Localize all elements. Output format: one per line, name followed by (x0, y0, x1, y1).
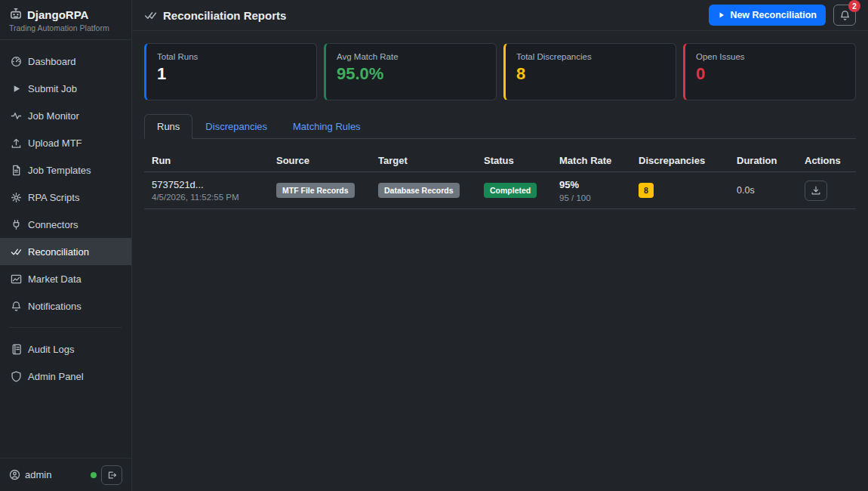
chart-icon (11, 273, 22, 285)
stat-label: Total Runs (157, 52, 306, 61)
sidebar-item-market-data[interactable]: Market Data (0, 265, 131, 292)
column-header-duration: Duration (737, 155, 805, 166)
sidebar-item-label: Submit Job (28, 83, 77, 94)
sidebar-item-reconciliation[interactable]: Reconciliation (0, 238, 131, 265)
sidebar-item-admin-panel[interactable]: Admin Panel (0, 363, 131, 390)
source-badge: MTF File Records (276, 183, 355, 198)
brand-name: DjangoRPA (27, 8, 88, 21)
person-circle-icon (9, 469, 20, 480)
sidebar-item-label: Job Monitor (28, 110, 79, 122)
sidebar-item-dashboard[interactable]: Dashboard (0, 48, 131, 75)
sidebar-item-audit-logs[interactable]: Audit Logs (0, 335, 131, 363)
sidebar-item-rpa-scripts[interactable]: RPA Scripts (0, 184, 131, 211)
sidebar-item-notifications[interactable]: Notifications (0, 292, 131, 320)
match-rate-value: 95% (559, 179, 639, 190)
column-header-match-rate: Match Rate (559, 155, 639, 166)
run-id: 5737521d... (152, 179, 276, 190)
sidebar-item-upload-mtf[interactable]: Upload MTF (0, 129, 131, 156)
duration-cell: 0.0s (737, 185, 805, 196)
stat-value: 95.0% (337, 64, 485, 84)
logout-button[interactable] (101, 465, 122, 485)
play-icon (11, 83, 22, 94)
activity-icon (11, 110, 22, 122)
stat-card-avg-match-rate: Avg Match Rate 95.0% (324, 43, 497, 100)
match-rate-cell: 95% 95 / 100 (559, 179, 639, 202)
sidebar-item-label: Market Data (28, 273, 82, 285)
column-header-status: Status (484, 155, 559, 166)
sidebar-item-label: Reconciliation (28, 246, 89, 258)
new-reconciliation-button[interactable]: New Reconciliation (709, 5, 826, 26)
sidebar-item-connectors[interactable]: Connectors (0, 211, 131, 238)
notifications-button[interactable]: 2 (833, 5, 856, 26)
actions-cell (805, 181, 848, 201)
bell-icon (839, 10, 851, 21)
sidebar-item-label: Job Templates (28, 165, 91, 176)
source-cell: MTF File Records (276, 183, 378, 198)
run-cell: 5737521d... 4/5/2026, 11:52:55 PM (152, 179, 276, 202)
stat-value: 8 (516, 64, 665, 84)
discrepancy-count-badge: 8 (639, 183, 654, 198)
tab-matching-rules[interactable]: Matching Rules (280, 114, 374, 139)
robot-logo-icon (9, 8, 23, 21)
stats-row: Total Runs 1 Avg Match Rate 95.0% Total … (144, 43, 856, 100)
discrepancies-cell: 8 (639, 183, 737, 198)
tab-discrepancies[interactable]: Discrepancies (192, 114, 280, 139)
page-title-text: Reconciliation Reports (163, 9, 286, 22)
bell-icon (11, 301, 22, 312)
table-row: 5737521d... 4/5/2026, 11:52:55 PM MTF Fi… (144, 172, 856, 209)
sidebar-item-label: RPA Scripts (28, 192, 79, 203)
plug-icon (11, 219, 22, 230)
stat-card-open-issues: Open Issues 0 (683, 43, 856, 100)
download-icon (811, 185, 821, 196)
brand-tagline: Trading Automation Platform (9, 23, 122, 32)
speedometer-icon (11, 56, 22, 67)
username: admin (25, 469, 51, 480)
column-header-discrepancies: Discrepancies (639, 155, 737, 166)
journal-icon (11, 344, 22, 355)
stat-value: 1 (157, 64, 306, 84)
logout-icon (106, 470, 117, 480)
stat-card-total-runs: Total Runs 1 (144, 43, 317, 100)
sidebar-item-label: Connectors (28, 219, 78, 230)
stat-label: Total Discrepancies (516, 52, 665, 61)
column-header-actions: Actions (805, 155, 848, 166)
tab-bar: Runs Discrepancies Matching Rules (144, 114, 856, 139)
topbar: Reconciliation Reports New Reconciliatio… (132, 0, 868, 31)
page-title: Reconciliation Reports (144, 9, 286, 22)
sidebar-footer: admin (0, 458, 131, 491)
stat-value: 0 (696, 64, 845, 84)
sidebar-item-submit-job[interactable]: Submit Job (0, 75, 131, 102)
gear-icon (11, 192, 22, 203)
app-window: DjangoRPA Trading Automation Platform Da… (0, 0, 868, 491)
status-cell: Completed (484, 183, 559, 198)
main-area: Reconciliation Reports New Reconciliatio… (132, 0, 868, 491)
content: Total Runs 1 Avg Match Rate 95.0% Total … (132, 31, 868, 221)
sidebar-item-job-templates[interactable]: Job Templates (0, 156, 131, 184)
runs-table: Run Source Target Status Match Rate Disc… (144, 150, 856, 209)
sidebar-item-label: Admin Panel (28, 371, 84, 382)
upload-icon (11, 137, 22, 149)
sidebar-divider (9, 327, 122, 328)
shield-icon (11, 371, 22, 382)
sidebar: DjangoRPA Trading Automation Platform Da… (0, 0, 132, 491)
column-header-source: Source (276, 155, 378, 166)
online-status-dot (91, 472, 97, 478)
double-check-icon (11, 246, 22, 258)
new-reconciliation-label: New Reconciliation (730, 10, 817, 20)
sidebar-item-job-monitor[interactable]: Job Monitor (0, 102, 131, 129)
table-header-row: Run Source Target Status Match Rate Disc… (144, 150, 856, 172)
stat-label: Open Issues (696, 52, 845, 61)
column-header-run: Run (152, 155, 276, 166)
sidebar-item-label: Notifications (28, 301, 82, 312)
tab-runs[interactable]: Runs (144, 114, 192, 139)
match-rate-detail: 95 / 100 (559, 193, 639, 202)
target-badge: Database Records (378, 183, 460, 198)
download-report-button[interactable] (805, 181, 827, 201)
double-check-icon (144, 9, 157, 22)
notification-count-badge: 2 (848, 0, 860, 12)
target-cell: Database Records (378, 183, 484, 198)
sidebar-item-label: Audit Logs (28, 344, 74, 355)
brand: DjangoRPA Trading Automation Platform (0, 0, 131, 40)
status-badge: Completed (484, 183, 537, 198)
run-timestamp: 4/5/2026, 11:52:55 PM (152, 193, 276, 202)
